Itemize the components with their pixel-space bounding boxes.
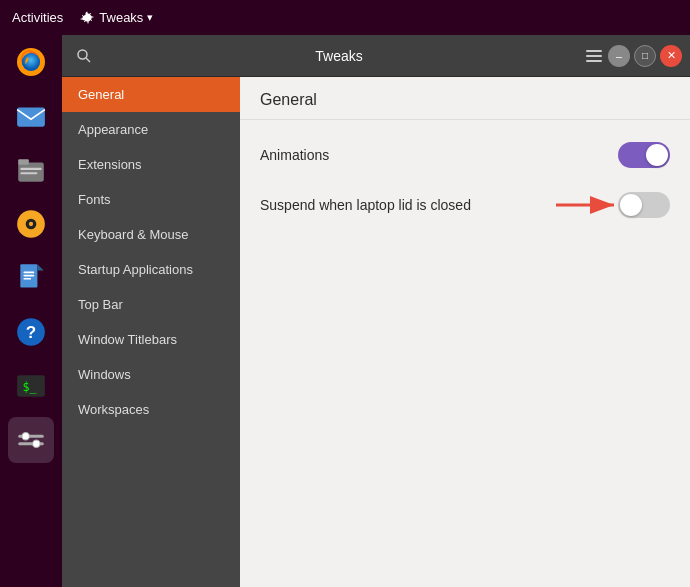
main-window: Tweaks – □ ✕ General Appearance Ext (62, 35, 690, 587)
maximize-button[interactable]: □ (634, 45, 656, 67)
svg-rect-6 (18, 159, 29, 164)
sidebar-item-appearance[interactable]: Appearance (62, 112, 240, 147)
top-bar-app: Tweaks ▾ (79, 10, 153, 26)
sidebar-item-workspaces[interactable]: Workspaces (62, 392, 240, 427)
svg-rect-8 (20, 172, 37, 174)
svg-marker-13 (37, 264, 43, 270)
settings-list: Animations Suspend when laptop lid is cl… (240, 120, 690, 240)
svg-rect-4 (17, 107, 45, 126)
svg-rect-7 (20, 168, 41, 170)
tweaks-taskbar-icon (15, 424, 47, 456)
svg-text:$_: $_ (22, 380, 37, 394)
svg-text:?: ? (26, 323, 36, 342)
sidebar-item-windows[interactable]: Windows (62, 357, 240, 392)
sidebar: General Appearance Extensions Fonts Keyb… (62, 77, 240, 587)
close-button[interactable]: ✕ (660, 45, 682, 67)
help-icon: ? (15, 316, 47, 348)
tweaks-top-icon (79, 10, 95, 26)
animations-label: Animations (260, 147, 618, 163)
terminal-icon: $_ (15, 370, 47, 402)
taskbar-music[interactable] (8, 201, 54, 247)
sidebar-item-keyboard-mouse[interactable]: Keyboard & Mouse (62, 217, 240, 252)
svg-rect-5 (18, 163, 44, 182)
music-icon (15, 208, 47, 240)
sidebar-item-general[interactable]: General (62, 77, 240, 112)
panel-title: General (240, 77, 690, 120)
svg-point-11 (29, 222, 33, 226)
svg-point-22 (22, 433, 29, 440)
svg-rect-27 (586, 50, 602, 52)
taskbar-mail[interactable] (8, 93, 54, 139)
sidebar-item-startup-applications[interactable]: Startup Applications (62, 252, 240, 287)
app-dropdown-icon[interactable]: ▾ (147, 11, 153, 24)
titlebar-menu-icon[interactable] (580, 42, 608, 70)
taskbar-tweaks[interactable] (8, 417, 54, 463)
activities-label[interactable]: Activities (12, 10, 63, 25)
svg-point-3 (22, 53, 40, 71)
titlebar-controls: – □ ✕ (608, 45, 682, 67)
mail-icon (15, 100, 47, 132)
setting-row-suspend-lid: Suspend when laptop lid is closed (240, 180, 690, 230)
files-icon (15, 154, 47, 186)
content-area: General Appearance Extensions Fonts Keyb… (62, 77, 690, 587)
taskbar-firefox[interactable] (8, 39, 54, 85)
sidebar-item-extensions[interactable]: Extensions (62, 147, 240, 182)
main-panel: General Animations Suspend when laptop l… (240, 77, 690, 587)
setting-row-animations: Animations (240, 130, 690, 180)
svg-rect-16 (24, 278, 31, 280)
taskbar-document[interactable] (8, 255, 54, 301)
svg-rect-29 (586, 60, 602, 62)
svg-point-24 (33, 440, 40, 447)
sidebar-item-top-bar[interactable]: Top Bar (62, 287, 240, 322)
svg-point-25 (78, 50, 87, 59)
taskbar-help[interactable]: ? (8, 309, 54, 355)
red-arrow-annotation (556, 190, 626, 220)
sidebar-item-window-titlebars[interactable]: Window Titlebars (62, 322, 240, 357)
animations-toggle[interactable] (618, 142, 670, 168)
suspend-lid-toggle-knob (620, 194, 642, 216)
document-icon (15, 262, 47, 294)
minimize-button[interactable]: – (608, 45, 630, 67)
taskbar-terminal[interactable]: $_ (8, 363, 54, 409)
svg-rect-28 (586, 55, 602, 57)
suspend-lid-toggle[interactable] (618, 192, 670, 218)
sidebar-item-fonts[interactable]: Fonts (62, 182, 240, 217)
animations-toggle-knob (646, 144, 668, 166)
top-bar: Activities Tweaks ▾ (0, 0, 690, 35)
svg-rect-15 (24, 275, 35, 277)
firefox-icon (15, 46, 47, 78)
window-titlebar: Tweaks – □ ✕ (62, 35, 690, 77)
taskbar: ? $_ (0, 35, 62, 587)
svg-line-26 (86, 58, 90, 62)
titlebar-search-icon[interactable] (70, 42, 98, 70)
taskbar-files[interactable] (8, 147, 54, 193)
window-title: Tweaks (98, 48, 580, 64)
app-name-label: Tweaks (99, 10, 143, 25)
svg-rect-14 (24, 272, 35, 274)
